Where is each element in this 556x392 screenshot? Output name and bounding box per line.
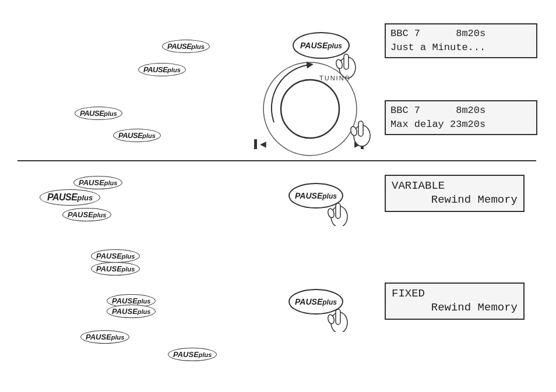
svg-text:PAUSEplus: PAUSEplus	[300, 41, 342, 50]
hand-knob-svg	[347, 115, 382, 150]
pause-fixed-svg: PAUSEplus	[286, 285, 361, 332]
pause-logo-s2-1: PAUSEplus	[73, 176, 122, 189]
pause-logo-oval-4[interactable]: PAUSEplus	[113, 129, 161, 142]
pause-text-4: PAUSEplus	[118, 131, 156, 140]
pause-logo-2: PAUSEplus	[138, 63, 186, 76]
pause-text-s2-5: PAUSEplus	[96, 264, 135, 273]
svg-text:PAUSEplus: PAUSEplus	[295, 191, 337, 200]
pause-logo-oval-2[interactable]: PAUSEplus	[138, 63, 186, 76]
lcd-display-1: BBC 7 8m20s Just a Minute...	[385, 23, 537, 58]
pause-text-1: PAUSEplus	[167, 42, 205, 51]
pause-text-s2-1: PAUSEplus	[79, 178, 117, 187]
lcd2-line1: BBC 7 8m20s	[390, 104, 532, 118]
pause-text-s2-3: PAUSEplus	[68, 210, 106, 219]
page-container: PAUSEplus PAUSEplus PAUSEplus PAUSEplus …	[0, 0, 556, 392]
pause-logo-s2-5: PAUSEplus	[91, 262, 140, 276]
pause-logo-s2-9: PAUSEplus	[168, 348, 217, 361]
pause-text-3: PAUSEplus	[80, 109, 117, 118]
fixed-line2: Rewind Memory	[392, 301, 518, 314]
lcd1-line1: BBC 7 8m20s	[390, 27, 532, 41]
variable-line1: VARIABLE	[392, 179, 518, 192]
pause-logo-4: PAUSEplus	[113, 129, 161, 142]
pause-text-s2-9: PAUSEplus	[173, 350, 212, 359]
svg-point-6	[281, 80, 339, 138]
pause-text-s2-6: PAUSEplus	[112, 296, 150, 305]
pause-logo-oval-1[interactable]: PAUSEplus	[162, 40, 210, 53]
variable-line2: Rewind Memory	[392, 193, 518, 206]
lcd-display-2: BBC 7 8m20s Max delay 23m20s	[385, 100, 537, 135]
pause-text-s2-8: PAUSEplus	[86, 333, 124, 341]
pause-logo-3: PAUSEplus	[75, 107, 122, 120]
pause-logo-1: PAUSEplus	[162, 40, 210, 53]
lcd2-line2: Max delay 23m20s	[390, 118, 532, 132]
svg-rect-8	[358, 121, 363, 136]
svg-text:PAUSEplus: PAUSEplus	[295, 297, 337, 306]
pause-logo-s2-3: PAUSEplus	[62, 208, 111, 221]
lcd-fixed-box: FIXED Rewind Memory	[385, 282, 525, 320]
pause-logo-oval-3[interactable]: PAUSEplus	[75, 107, 122, 120]
pause-text-2: PAUSEplus	[143, 65, 181, 74]
pause-logo-s2-2: PAUSEplus	[40, 189, 100, 206]
pause-logo-s2-4: PAUSEplus	[91, 249, 140, 263]
pause-logo-s2-7: PAUSEplus	[107, 305, 156, 318]
pause-text-s2-7: PAUSEplus	[112, 307, 150, 316]
pause-variable-svg: PAUSEplus	[286, 179, 361, 226]
lcd1-line2: Just a Minute...	[390, 41, 532, 55]
svg-rect-13	[336, 203, 340, 218]
svg-rect-18	[336, 309, 340, 324]
section-divider	[17, 160, 536, 161]
pause-button-variable[interactable]: PAUSEplus	[286, 179, 361, 228]
skip-back-arrow[interactable]: ▌◀	[254, 139, 266, 149]
pause-text-s2-2: PAUSEplus	[47, 192, 93, 203]
lcd-variable-box: VARIABLE Rewind Memory	[385, 175, 525, 212]
pause-button-fixed[interactable]: PAUSEplus	[286, 285, 361, 334]
fixed-line1: FIXED	[392, 287, 518, 300]
pause-logo-s2-8: PAUSEplus	[80, 330, 129, 344]
pause-text-s2-4: PAUSEplus	[96, 252, 135, 260]
